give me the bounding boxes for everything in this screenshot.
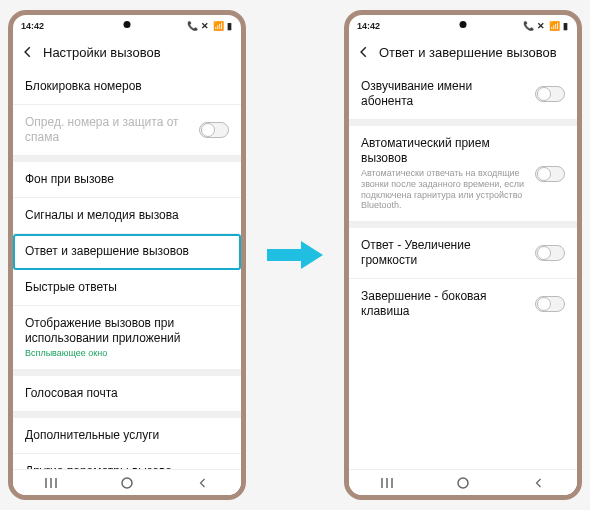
- settings-list-left: Блокировка номеровОпред. номера и защита…: [13, 69, 241, 469]
- phone-left: 14:42 📞 ✕ 📶 ▮ Настройки вызовов Блокиров…: [8, 10, 246, 500]
- svg-point-8: [458, 478, 468, 488]
- row-main: Голосовая почта: [25, 386, 229, 401]
- row-label: Автоматический прием вызовов: [361, 136, 527, 166]
- row-label: Фон при вызове: [25, 172, 229, 187]
- nav-bar: [349, 469, 577, 495]
- row-label: Опред. номера и защита от спама: [25, 115, 191, 145]
- nav-bar: [13, 469, 241, 495]
- settings-row[interactable]: Блокировка номеров: [13, 69, 241, 105]
- row-label: Отображение вызовов при использовании пр…: [25, 316, 229, 346]
- row-label: Ответ - Увеличение громкости: [361, 238, 527, 268]
- page-title: Настройки вызовов: [43, 45, 161, 60]
- back-icon[interactable]: [19, 43, 37, 61]
- toggle-switch[interactable]: [535, 296, 565, 312]
- row-main: Дополнительные услуги: [25, 428, 229, 443]
- svg-point-3: [122, 478, 132, 488]
- camera-dot: [460, 21, 467, 28]
- row-main: Блокировка номеров: [25, 79, 229, 94]
- settings-row[interactable]: Другие параметры вызова: [13, 454, 241, 469]
- nav-back[interactable]: [531, 475, 547, 491]
- row-main: Озвучивание имени абонента: [361, 79, 527, 109]
- arrow-icon: [265, 235, 325, 275]
- row-main: Отображение вызовов при использовании пр…: [25, 316, 229, 359]
- svg-marker-4: [267, 241, 323, 269]
- status-time: 14:42: [21, 21, 44, 31]
- toggle-switch[interactable]: [535, 166, 565, 182]
- row-main: Быстрые ответы: [25, 280, 229, 295]
- settings-row[interactable]: Сигналы и мелодия вызова: [13, 198, 241, 234]
- row-main: Фон при вызове: [25, 172, 229, 187]
- settings-row[interactable]: Голосовая почта: [13, 376, 241, 412]
- row-label: Ответ и завершение вызовов: [25, 244, 229, 259]
- row-main: Завершение - боковая клавиша: [361, 289, 527, 319]
- settings-row[interactable]: Отображение вызовов при использовании пр…: [13, 306, 241, 370]
- row-main: Ответ и завершение вызовов: [25, 244, 229, 259]
- settings-row[interactable]: Ответ и завершение вызовов: [13, 234, 241, 270]
- toggle-switch[interactable]: [199, 122, 229, 138]
- row-main: Опред. номера и защита от спама: [25, 115, 191, 145]
- row-main: Автоматический прием вызововАвтоматическ…: [361, 136, 527, 211]
- settings-row[interactable]: Фон при вызове: [13, 162, 241, 198]
- nav-recent[interactable]: [379, 475, 395, 491]
- status-icons: 📞 ✕ 📶 ▮: [523, 21, 569, 31]
- header-left: Настройки вызовов: [13, 37, 241, 69]
- row-label: Быстрые ответы: [25, 280, 229, 295]
- nav-home[interactable]: [119, 475, 135, 491]
- row-label: Завершение - боковая клавиша: [361, 289, 527, 319]
- nav-recent[interactable]: [43, 475, 59, 491]
- settings-row[interactable]: Озвучивание имени абонента: [349, 69, 577, 120]
- row-label: Голосовая почта: [25, 386, 229, 401]
- row-main: Сигналы и мелодия вызова: [25, 208, 229, 223]
- settings-row[interactable]: Дополнительные услуги: [13, 418, 241, 454]
- toggle-switch[interactable]: [535, 245, 565, 261]
- row-label: Сигналы и мелодия вызова: [25, 208, 229, 223]
- row-subtext: Всплывающее окно: [25, 348, 229, 359]
- toggle-switch[interactable]: [535, 86, 565, 102]
- back-icon[interactable]: [355, 43, 373, 61]
- phone-right: 14:42 📞 ✕ 📶 ▮ Ответ и завершение вызовов…: [344, 10, 582, 500]
- page-title: Ответ и завершение вызовов: [379, 45, 557, 60]
- row-subtext: Автоматически отвечать на входящие звонк…: [361, 168, 527, 211]
- status-icons: 📞 ✕ 📶 ▮: [187, 21, 233, 31]
- status-time: 14:42: [357, 21, 380, 31]
- nav-back[interactable]: [195, 475, 211, 491]
- settings-row[interactable]: Завершение - боковая клавиша: [349, 279, 577, 329]
- settings-row[interactable]: Ответ - Увеличение громкости: [349, 228, 577, 279]
- camera-dot: [124, 21, 131, 28]
- settings-list-right: Озвучивание имени абонентаАвтоматический…: [349, 69, 577, 469]
- settings-row[interactable]: Опред. номера и защита от спама: [13, 105, 241, 156]
- settings-row[interactable]: Автоматический прием вызововАвтоматическ…: [349, 126, 577, 222]
- row-label: Блокировка номеров: [25, 79, 229, 94]
- header-right: Ответ и завершение вызовов: [349, 37, 577, 69]
- row-main: Ответ - Увеличение громкости: [361, 238, 527, 268]
- row-label: Дополнительные услуги: [25, 428, 229, 443]
- row-label: Озвучивание имени абонента: [361, 79, 527, 109]
- nav-home[interactable]: [455, 475, 471, 491]
- settings-row[interactable]: Быстрые ответы: [13, 270, 241, 306]
